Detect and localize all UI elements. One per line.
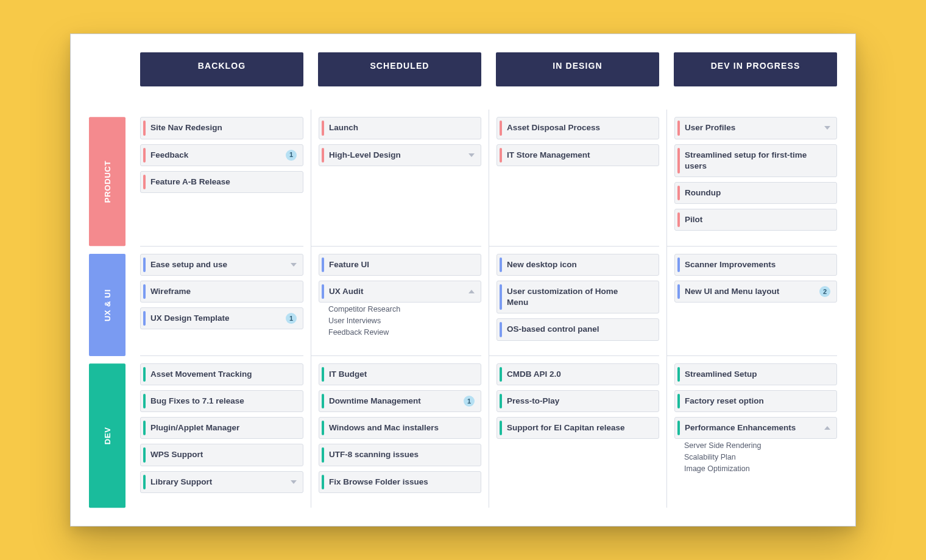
card[interactable]: Feedback1 — [140, 144, 303, 166]
chevron-down-icon[interactable] — [291, 480, 297, 484]
card[interactable]: Pilot — [674, 209, 837, 231]
subtask[interactable]: User Interviews — [328, 317, 475, 325]
card[interactable]: Asset Disposal Process — [497, 117, 659, 139]
card[interactable]: Ease setup and use — [140, 254, 303, 276]
cell-ux-dev-in-progress: Scanner ImprovementsNew UI and Menu layo… — [666, 247, 837, 356]
card[interactable]: IT Store Management — [497, 144, 659, 166]
card-wrap: Roundup — [674, 182, 837, 204]
card[interactable]: Site Nav Redesign — [140, 117, 303, 139]
kanban-board: BACKLOGSCHEDULEDIN DESIGNDEV IN PROGRESS… — [70, 33, 856, 527]
card[interactable]: Streamlined Setup — [674, 363, 837, 385]
card-wrap: Feedback1 — [140, 144, 303, 166]
chevron-down-icon[interactable] — [291, 263, 297, 267]
card-wrap: User Profiles — [674, 117, 837, 139]
card[interactable]: IT Budget — [319, 363, 481, 385]
cell-product-dev-in-progress: User ProfilesStreamlined setup for first… — [666, 110, 837, 246]
card-title: Support for El Capitan release — [507, 422, 625, 433]
chevron-up-icon[interactable] — [468, 290, 475, 293]
card-wrap: Scanner Improvements — [674, 254, 837, 276]
card-wrap: Factory reset option — [674, 390, 837, 412]
card[interactable]: New desktop icon — [497, 254, 659, 276]
card[interactable]: Feature A-B Release — [140, 171, 303, 193]
subtask[interactable]: Server Side Rendering — [684, 441, 831, 450]
card-title: Site Nav Redesign — [150, 122, 222, 133]
card-stripe — [677, 367, 680, 382]
column-header-in-design: IN DESIGN — [496, 52, 659, 86]
card[interactable]: Asset Movement Tracking — [140, 363, 303, 385]
card-stripe — [143, 447, 146, 462]
card-stripe — [500, 322, 502, 337]
card-badge: 2 — [819, 286, 830, 297]
card-stripe — [322, 148, 324, 163]
card-badge: 1 — [286, 150, 297, 161]
card-title: UX Audit — [329, 286, 364, 297]
card-stripe — [500, 284, 502, 310]
card-stripe — [322, 367, 324, 382]
card-title: Feedback — [150, 150, 188, 161]
lane-label-ux: UX & UI — [89, 254, 125, 356]
card-subtasks: Server Side RenderingScalability PlanIma… — [674, 439, 837, 477]
card[interactable]: Plugin/Applet Manager — [140, 417, 303, 439]
card-title: OS-based control panel — [507, 324, 599, 335]
card-title: New desktop icon — [507, 259, 577, 270]
card-title: Feature UI — [329, 259, 369, 270]
subtask[interactable]: Competitor Research — [328, 305, 475, 313]
card[interactable]: Windows and Mac installers — [319, 417, 481, 439]
subtask[interactable]: Scalability Plan — [684, 453, 831, 461]
card-title: CMDB API 2.0 — [507, 369, 561, 380]
cell-dev-dev-in-progress: Streamlined SetupFactory reset optionPer… — [666, 356, 837, 508]
card[interactable]: Streamlined setup for first-time users — [674, 144, 837, 177]
card[interactable]: Fix Browse Folder issues — [319, 471, 481, 493]
subtask[interactable]: Feedback Review — [328, 328, 475, 337]
card-wrap: High-Level Design — [319, 144, 481, 166]
card[interactable]: UTF-8 scanning issues — [319, 444, 481, 466]
card[interactable]: Factory reset option — [674, 390, 837, 412]
card-stripe — [500, 257, 502, 272]
header-gap — [674, 86, 837, 102]
card[interactable]: Scanner Improvements — [674, 254, 837, 276]
card[interactable]: User customization of Home Menu — [497, 281, 659, 313]
card-wrap: Press-to-Play — [497, 390, 659, 412]
card[interactable]: Roundup — [674, 182, 837, 204]
card-title: Launch — [329, 122, 358, 133]
card[interactable]: Library Support — [140, 471, 303, 493]
card[interactable]: CMDB API 2.0 — [497, 363, 659, 385]
card-badge: 1 — [464, 396, 475, 407]
card[interactable]: WPS Support — [140, 444, 303, 466]
header-gap — [318, 86, 481, 102]
card[interactable]: Downtime Management1 — [319, 390, 481, 412]
card-title: Factory reset option — [685, 396, 764, 407]
card-wrap: Support for El Capitan release — [497, 417, 659, 439]
card[interactable]: Support for El Capitan release — [497, 417, 659, 439]
card-title: Press-to-Play — [507, 396, 559, 407]
chevron-down-icon[interactable] — [824, 126, 830, 130]
card-stripe — [677, 212, 680, 227]
card-wrap: Feature A-B Release — [140, 171, 303, 193]
card-wrap: CMDB API 2.0 — [497, 363, 659, 385]
card[interactable]: Wireframe — [140, 281, 303, 303]
subtask[interactable]: Image Optimization — [684, 464, 831, 473]
card[interactable]: High-Level Design — [319, 144, 481, 166]
card-title: Performance Enhancements — [685, 422, 796, 433]
chevron-down-icon[interactable] — [468, 153, 475, 157]
card[interactable]: Performance Enhancements — [674, 417, 837, 439]
card[interactable]: UX Design Template1 — [140, 307, 303, 329]
card-title: Roundup — [685, 187, 721, 198]
card[interactable]: Press-to-Play — [497, 390, 659, 412]
card-stripe — [143, 421, 146, 435]
card[interactable]: New UI and Menu layout2 — [674, 281, 837, 303]
chevron-up-icon[interactable] — [824, 426, 830, 430]
header-gap — [89, 86, 125, 102]
card[interactable]: Feature UI — [319, 254, 481, 276]
card[interactable]: User Profiles — [674, 117, 837, 139]
card[interactable]: OS-based control panel — [497, 318, 659, 340]
card[interactable]: UX Audit — [319, 281, 481, 303]
card-wrap: Asset Movement Tracking — [140, 363, 303, 385]
card-wrap: User customization of Home Menu — [497, 281, 659, 313]
card[interactable]: Bug Fixes to 7.1 release — [140, 390, 303, 412]
cell-product-backlog: Site Nav RedesignFeedback1Feature A-B Re… — [140, 110, 303, 246]
card-title: User customization of Home Menu — [507, 286, 640, 308]
card-stripe — [143, 148, 146, 163]
card[interactable]: Launch — [319, 117, 481, 139]
cell-ux-backlog: Ease setup and useWireframeUX Design Tem… — [140, 247, 303, 356]
